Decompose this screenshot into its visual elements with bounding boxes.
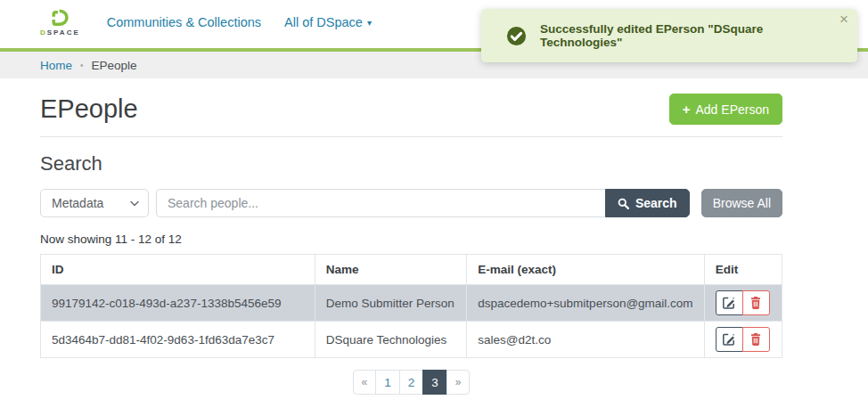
page-title: EPeople xyxy=(40,94,138,124)
search-input[interactable] xyxy=(156,189,605,217)
cell-edit xyxy=(704,322,782,358)
trash-icon xyxy=(750,297,761,309)
search-icon xyxy=(618,198,629,209)
epeople-table: ID Name E-mail (exact) Edit 99179142-c01… xyxy=(40,254,782,358)
search-heading: Search xyxy=(40,152,782,175)
pagination: « 1 2 3 » xyxy=(40,370,782,395)
cell-name: DSquare Technologies xyxy=(315,322,466,358)
cell-email: dspacedemo+submitperson@gmail.com xyxy=(467,285,704,322)
dspace-logo-icon xyxy=(48,9,72,28)
table-header-row: ID Name E-mail (exact) Edit xyxy=(41,255,782,285)
cell-id: 99179142-c018-493d-a237-1338b5456e59 xyxy=(41,285,315,322)
cell-name: Demo Submitter Person xyxy=(315,285,466,322)
main-content: EPeople + Add EPerson Search Metadata Se… xyxy=(40,78,782,395)
dspace-logo-text: DSPACE xyxy=(40,29,80,37)
breadcrumb-separator: • xyxy=(80,61,84,70)
dspace-logo[interactable]: DSPACE xyxy=(40,9,80,37)
pagination-next[interactable]: » xyxy=(446,370,471,395)
add-eperson-button[interactable]: + Add EPerson xyxy=(669,94,782,125)
pagination-prev[interactable]: « xyxy=(353,370,377,395)
table-row: 99179142-c018-493d-a237-1338b5456e59 Dem… xyxy=(41,285,782,322)
pagination-page-2[interactable]: 2 xyxy=(399,370,424,395)
cell-email: sales@d2t.co xyxy=(467,322,704,358)
cell-edit xyxy=(704,285,782,322)
toast-message: Successfully edited EPerson "DSquare Tec… xyxy=(540,22,827,49)
pagination-page-3-active[interactable]: 3 xyxy=(422,370,447,395)
plus-icon: + xyxy=(683,102,691,117)
results-summary: Now showing 11 - 12 of 12 xyxy=(40,232,782,246)
edit-icon xyxy=(723,333,735,346)
header-email: E-mail (exact) xyxy=(467,255,704,285)
breadcrumb-home-link[interactable]: Home xyxy=(40,59,72,72)
edit-icon xyxy=(723,297,735,309)
chevron-down-icon: ▾ xyxy=(367,18,372,28)
edit-eperson-button[interactable] xyxy=(716,290,743,315)
edit-eperson-button[interactable] xyxy=(716,327,743,352)
pagination-page-1[interactable]: 1 xyxy=(375,370,400,395)
search-button[interactable]: Search xyxy=(605,189,690,217)
nav-communities-collections[interactable]: Communities & Collections xyxy=(107,15,261,29)
toast-close-button[interactable]: × xyxy=(839,12,848,27)
search-form: Metadata Search Browse All xyxy=(40,189,782,217)
delete-eperson-button[interactable] xyxy=(742,327,770,352)
table-row: 5d3464b7-dd81-4f02-9d63-1fd63da7e3c7 DSq… xyxy=(41,322,782,358)
success-toast: Successfully edited EPerson "DSquare Tec… xyxy=(481,9,857,62)
search-scope-select[interactable]: Metadata xyxy=(40,189,149,217)
header-id: ID xyxy=(41,255,315,285)
check-circle-icon xyxy=(506,26,527,46)
header-name: Name xyxy=(315,255,466,285)
breadcrumb-current: EPeople xyxy=(92,59,137,72)
title-divider xyxy=(40,136,782,137)
browse-all-button[interactable]: Browse All xyxy=(701,189,782,217)
nav-all-of-dspace-dropdown[interactable]: All of DSpace ▾ xyxy=(284,15,372,29)
cell-id: 5d3464b7-dd81-4f02-9d63-1fd63da7e3c7 xyxy=(41,322,315,358)
trash-icon xyxy=(750,333,761,346)
select-chevron-icon xyxy=(130,200,139,207)
delete-eperson-button[interactable] xyxy=(742,290,770,315)
header-edit: Edit xyxy=(704,255,782,285)
